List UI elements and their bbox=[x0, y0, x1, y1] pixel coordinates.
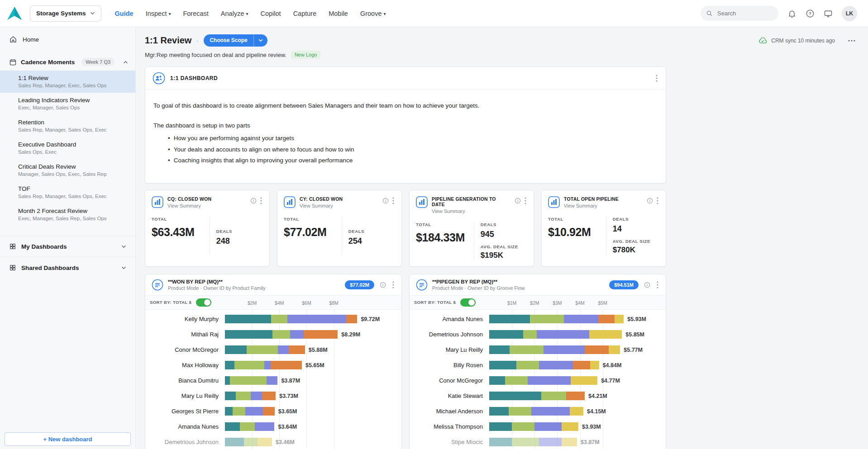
bar-segment[interactable] bbox=[489, 407, 509, 416]
chevron-down-icon[interactable] bbox=[253, 34, 267, 47]
app-logo-icon[interactable] bbox=[6, 5, 24, 22]
sort-toggle[interactable] bbox=[196, 298, 211, 307]
info-icon[interactable] bbox=[646, 196, 654, 205]
bar-segment[interactable] bbox=[571, 376, 597, 385]
bar-segment[interactable] bbox=[537, 330, 589, 339]
choose-scope-button[interactable]: Choose Scope bbox=[204, 34, 267, 47]
bar-segment[interactable] bbox=[278, 345, 289, 354]
bar-segment[interactable] bbox=[271, 315, 287, 323]
bar-segment[interactable] bbox=[247, 345, 278, 354]
bar[interactable] bbox=[489, 392, 585, 400]
bar-segment[interactable] bbox=[530, 315, 564, 323]
bar-segment[interactable] bbox=[225, 361, 234, 369]
kebab-menu-icon[interactable] bbox=[391, 196, 395, 205]
bar-segment[interactable] bbox=[512, 438, 539, 446]
bar-segment[interactable] bbox=[590, 361, 599, 369]
bar-segment[interactable] bbox=[255, 422, 274, 431]
bar[interactable] bbox=[489, 345, 620, 354]
nav-item-copilot[interactable]: Copilot bbox=[260, 10, 281, 17]
bar[interactable] bbox=[489, 407, 583, 416]
bar-segment[interactable] bbox=[598, 315, 615, 323]
bar-segment[interactable] bbox=[489, 330, 523, 339]
bar-segment[interactable] bbox=[544, 345, 584, 354]
bar-segment[interactable] bbox=[505, 376, 528, 385]
bar-segment[interactable] bbox=[585, 345, 609, 354]
bar-segment[interactable] bbox=[263, 407, 275, 416]
bar-segment[interactable] bbox=[225, 422, 240, 431]
bar-segment[interactable] bbox=[225, 376, 230, 385]
bar-segment[interactable] bbox=[516, 361, 539, 369]
search-field[interactable] bbox=[716, 9, 773, 17]
bar[interactable] bbox=[225, 407, 275, 416]
bar-segment[interactable] bbox=[562, 438, 577, 446]
nav-item-groove[interactable]: Groove▾ bbox=[360, 10, 386, 17]
info-icon[interactable] bbox=[643, 281, 651, 289]
bar[interactable] bbox=[489, 330, 622, 339]
nav-item-guide[interactable]: Guide bbox=[115, 10, 134, 17]
new-dashboard-button[interactable]: + New dashboard bbox=[5, 432, 131, 446]
avatar[interactable]: LK bbox=[842, 6, 857, 21]
bar-segment[interactable] bbox=[267, 376, 278, 385]
sidebar-item[interactable]: RetentionSales Rep, Manager, Sales Ops, … bbox=[0, 115, 135, 137]
bar-segment[interactable] bbox=[240, 422, 255, 431]
sidebar-item[interactable]: TOFSales Rep, Manager, Sales Ops, Exec bbox=[0, 181, 135, 203]
sidebar-item[interactable]: 1:1 ReviewSales Rep, Manager, Exec, Sale… bbox=[0, 71, 135, 93]
nav-item-capture[interactable]: Capture bbox=[293, 10, 317, 17]
nav-item-analyze[interactable]: Analyze▾ bbox=[221, 10, 248, 17]
bar[interactable] bbox=[225, 376, 277, 385]
bar-segment[interactable] bbox=[528, 376, 571, 385]
info-icon[interactable] bbox=[514, 196, 522, 205]
bar[interactable] bbox=[489, 376, 597, 385]
bar[interactable] bbox=[225, 330, 338, 339]
kebab-menu-icon[interactable] bbox=[524, 196, 527, 205]
bar-segment[interactable] bbox=[272, 330, 290, 339]
sidebar-item[interactable]: Critical Deals ReviewManager, Sales Ops,… bbox=[0, 159, 135, 181]
kebab-menu-icon[interactable] bbox=[656, 280, 659, 289]
bar[interactable] bbox=[489, 361, 599, 369]
bar-segment[interactable] bbox=[264, 361, 271, 369]
kebab-menu-icon[interactable] bbox=[656, 196, 659, 205]
view-summary-link[interactable]: View Summary bbox=[432, 208, 510, 214]
info-icon[interactable] bbox=[382, 196, 390, 205]
sort-toggle[interactable] bbox=[460, 298, 476, 307]
bar-segment[interactable] bbox=[287, 315, 346, 323]
bar-segment[interactable] bbox=[244, 438, 258, 446]
bar-segment[interactable] bbox=[225, 438, 244, 446]
bar-segment[interactable] bbox=[489, 422, 512, 431]
bar-segment[interactable] bbox=[225, 330, 272, 339]
nav-item-forecast[interactable]: Forecast bbox=[183, 10, 208, 17]
kebab-menu-icon[interactable] bbox=[259, 196, 263, 205]
bar-segment[interactable] bbox=[539, 438, 562, 446]
chevron-up-icon[interactable] bbox=[123, 61, 128, 64]
bar-segment[interactable] bbox=[531, 407, 570, 416]
view-summary-link[interactable]: View Summary bbox=[300, 203, 377, 208]
bar-segment[interactable] bbox=[609, 345, 620, 354]
help-icon[interactable]: ? bbox=[806, 9, 815, 18]
bar-segment[interactable] bbox=[251, 392, 262, 400]
bar[interactable] bbox=[489, 315, 624, 323]
chevron-down-icon[interactable] bbox=[121, 245, 126, 248]
workspace-selector[interactable]: Storage Systems bbox=[30, 5, 101, 22]
bar-segment[interactable] bbox=[225, 345, 247, 354]
sidebar-item-shared-dashboards[interactable]: Shared Dashboards bbox=[0, 257, 135, 278]
bar[interactable] bbox=[225, 345, 305, 354]
bar-segment[interactable] bbox=[541, 392, 566, 400]
chevron-down-icon[interactable] bbox=[121, 266, 126, 269]
bar-segment[interactable] bbox=[489, 376, 505, 385]
nav-item-mobile[interactable]: Mobile bbox=[329, 10, 348, 17]
bar-segment[interactable] bbox=[489, 345, 510, 354]
chart-total-badge[interactable]: $94.51M bbox=[609, 280, 639, 289]
bar-segment[interactable] bbox=[271, 361, 302, 369]
bar-segment[interactable] bbox=[573, 361, 590, 369]
cadence-moments-header[interactable]: Cadence Moments Week 7 Q3 bbox=[0, 51, 135, 71]
sidebar-item-my-dashboards[interactable]: My Dashboards bbox=[0, 236, 135, 257]
sidebar-item[interactable]: Leading Indicators ReviewExec, Manager, … bbox=[0, 93, 135, 115]
bar-segment[interactable] bbox=[234, 361, 264, 369]
bar-segment[interactable] bbox=[290, 330, 304, 339]
bar-segment[interactable] bbox=[523, 330, 537, 339]
display-icon[interactable] bbox=[824, 9, 833, 18]
bar-segment[interactable] bbox=[510, 345, 544, 354]
bar-segment[interactable] bbox=[225, 407, 233, 416]
info-icon[interactable] bbox=[249, 196, 258, 205]
bar-segment[interactable] bbox=[262, 392, 276, 400]
